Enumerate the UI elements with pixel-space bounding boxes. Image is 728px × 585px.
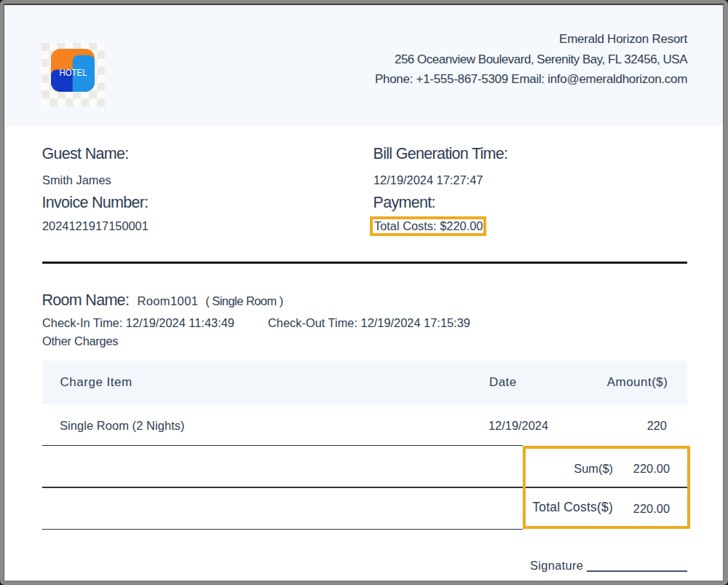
svg-text:HOTEL: HOTEL (60, 68, 87, 78)
